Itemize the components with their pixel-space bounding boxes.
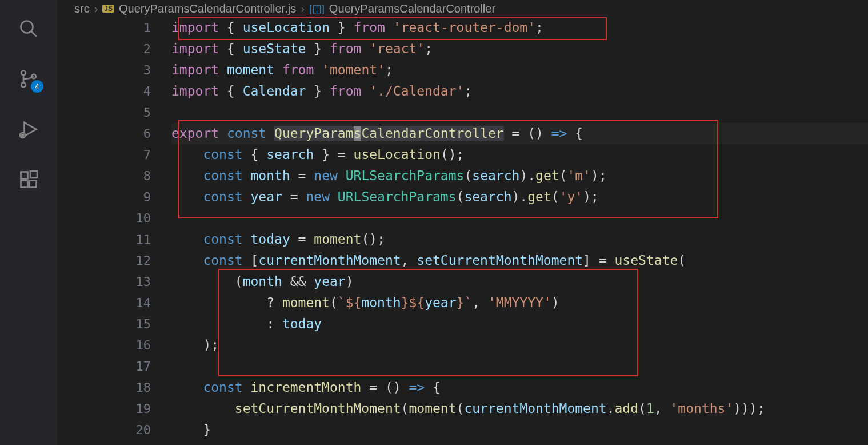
svg-point-2 [21, 71, 26, 76]
line-number: 19 [57, 398, 151, 419]
svg-marker-5 [25, 122, 37, 136]
code-line[interactable]: : today [171, 313, 868, 335]
line-number: 10 [57, 208, 151, 229]
svg-rect-11 [30, 171, 37, 178]
code-line[interactable] [171, 102, 868, 123]
line-number: 18 [57, 377, 151, 398]
scm-badge: 4 [31, 80, 43, 93]
code-line[interactable]: setCurrentMonthMoment(moment(currentMont… [171, 398, 868, 419]
code-line[interactable]: } [171, 419, 868, 440]
line-number: 6 [57, 123, 151, 144]
activity-bar: 4 [0, 0, 57, 445]
line-number: 14 [57, 292, 151, 313]
code-editor[interactable]: 1 2 3 4 5 6 7 8 9 10 11 12 13 14 15 16 1… [57, 17, 868, 445]
search-icon[interactable] [17, 17, 40, 40]
code-line[interactable]: const year = new URLSearchParams(search)… [171, 186, 868, 208]
code-line[interactable]: export const QueryParamsCalendarControll… [171, 123, 868, 144]
line-number: 5 [57, 102, 151, 123]
code-line[interactable]: import { Calendar } from './Calendar'; [171, 81, 868, 102]
line-number: 8 [57, 165, 151, 186]
chevron-right-icon: › [94, 2, 98, 15]
line-number: 1 [57, 17, 151, 38]
line-number: 4 [57, 81, 151, 102]
code-line[interactable]: const incrementMonth = () => { [171, 377, 868, 398]
code-line[interactable]: const { search } = useLocation(); [171, 144, 868, 165]
line-number: 17 [57, 356, 151, 377]
svg-rect-10 [30, 181, 37, 188]
line-number: 2 [57, 38, 151, 59]
svg-point-3 [21, 83, 26, 88]
code-line[interactable]: (month && year) [171, 271, 868, 292]
code-line[interactable] [171, 208, 868, 229]
line-number: 12 [57, 250, 151, 271]
js-file-icon: JS [102, 5, 114, 13]
code-line[interactable]: import { useState } from 'react'; [171, 38, 868, 59]
svg-point-7 [22, 134, 23, 136]
line-number-gutter: 1 2 3 4 5 6 7 8 9 10 11 12 13 14 15 16 1… [57, 17, 171, 445]
extensions-icon[interactable] [17, 168, 40, 191]
line-number: 20 [57, 419, 151, 440]
breadcrumb-folder[interactable]: src [74, 2, 90, 15]
source-control-icon[interactable]: 4 [17, 67, 40, 90]
line-number: 15 [57, 313, 151, 335]
svg-rect-8 [21, 172, 28, 179]
code-line[interactable]: const today = moment(); [171, 229, 868, 250]
breadcrumb[interactable]: src › JS QueryParamsCalendarController.j… [57, 0, 868, 17]
editor-main: src › JS QueryParamsCalendarController.j… [57, 0, 868, 445]
line-number: 16 [57, 335, 151, 356]
line-number: 3 [57, 59, 151, 81]
line-number: 9 [57, 186, 151, 208]
code-line[interactable]: import { useLocation } from 'react-route… [171, 17, 868, 38]
code-content[interactable]: import { useLocation } from 'react-route… [171, 17, 868, 445]
line-number: 7 [57, 144, 151, 165]
symbol-variable-icon: [◫] [309, 2, 325, 15]
code-line[interactable]: const month = new URLSearchParams(search… [171, 165, 868, 186]
code-line[interactable]: ); [171, 335, 868, 356]
code-line[interactable]: ? moment(`${month}${year}`, 'MMYYYY') [171, 292, 868, 313]
svg-rect-9 [21, 181, 28, 188]
run-debug-icon[interactable] [17, 118, 40, 141]
line-number: 11 [57, 229, 151, 250]
svg-line-1 [31, 31, 37, 37]
line-number: 13 [57, 271, 151, 292]
code-line[interactable]: import moment from 'moment'; [171, 59, 868, 81]
breadcrumb-symbol[interactable]: QueryParamsCalendarController [329, 2, 495, 15]
chevron-right-icon: › [301, 2, 305, 15]
code-line[interactable] [171, 356, 868, 377]
svg-point-0 [21, 21, 33, 33]
code-line[interactable]: const [currentMonthMoment, setCurrentMon… [171, 250, 868, 271]
breadcrumb-file[interactable]: QueryParamsCalendarController.js [119, 2, 296, 15]
